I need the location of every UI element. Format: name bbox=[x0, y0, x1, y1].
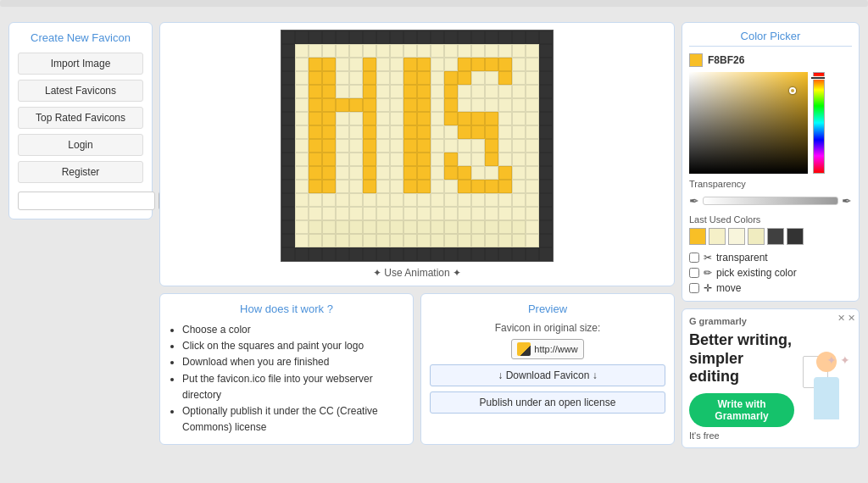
animation-bar[interactable]: ✦ Use Animation ✦ bbox=[373, 267, 461, 279]
pixel-cell[interactable] bbox=[512, 58, 526, 71]
top-rated-favicons-button[interactable]: Top Rated Favicons bbox=[18, 107, 143, 129]
saturation-gradient[interactable] bbox=[689, 72, 808, 174]
pixel-cell[interactable] bbox=[498, 207, 512, 220]
pixel-cell[interactable] bbox=[485, 153, 498, 166]
pixel-cell[interactable] bbox=[403, 234, 417, 247]
pixel-cell[interactable] bbox=[363, 180, 376, 193]
pixel-cell[interactable] bbox=[363, 44, 376, 58]
pixel-cell[interactable] bbox=[498, 31, 512, 44]
pixel-cell[interactable] bbox=[336, 58, 349, 71]
last-used-color-swatch[interactable] bbox=[767, 228, 784, 245]
pixel-cell[interactable] bbox=[431, 166, 444, 180]
pixel-cell[interactable] bbox=[309, 193, 322, 207]
pixel-cell[interactable] bbox=[498, 234, 512, 247]
pixel-cell[interactable] bbox=[281, 207, 295, 220]
pixel-cell[interactable] bbox=[431, 98, 444, 112]
pixel-cell[interactable] bbox=[444, 220, 458, 234]
pixel-cell[interactable] bbox=[512, 44, 526, 58]
pixel-cell[interactable] bbox=[458, 125, 471, 139]
pixel-cell[interactable] bbox=[295, 153, 309, 166]
pixel-cell[interactable] bbox=[539, 85, 553, 98]
pixel-cell[interactable] bbox=[349, 31, 363, 44]
pixel-cell[interactable] bbox=[526, 125, 539, 139]
pixel-cell[interactable] bbox=[431, 153, 444, 166]
pixel-cell[interactable] bbox=[498, 58, 512, 71]
pixel-cell[interactable] bbox=[471, 220, 485, 234]
pixel-cell[interactable] bbox=[295, 125, 309, 139]
pixel-cell[interactable] bbox=[390, 153, 403, 166]
pixel-cell[interactable] bbox=[390, 125, 403, 139]
pixel-cell[interactable] bbox=[309, 71, 322, 85]
pixel-cell[interactable] bbox=[431, 247, 444, 261]
pixel-cell[interactable] bbox=[471, 207, 485, 220]
pixel-cell[interactable] bbox=[417, 193, 431, 207]
pixel-cell[interactable] bbox=[309, 125, 322, 139]
pixel-cell[interactable] bbox=[349, 153, 363, 166]
pixel-cell[interactable] bbox=[458, 71, 471, 85]
pixel-cell[interactable] bbox=[526, 153, 539, 166]
pixel-cell[interactable] bbox=[471, 139, 485, 153]
pixel-cell[interactable] bbox=[336, 31, 349, 44]
pixel-cell[interactable] bbox=[485, 193, 498, 207]
pixel-cell[interactable] bbox=[363, 166, 376, 180]
pixel-cell[interactable] bbox=[526, 234, 539, 247]
pixel-cell[interactable] bbox=[526, 31, 539, 44]
pixel-cell[interactable] bbox=[309, 112, 322, 125]
pixel-cell[interactable] bbox=[498, 166, 512, 180]
pixel-cell[interactable] bbox=[376, 139, 390, 153]
pixel-cell[interactable] bbox=[431, 71, 444, 85]
pixel-cell[interactable] bbox=[471, 112, 485, 125]
pixel-cell[interactable] bbox=[539, 98, 553, 112]
pixel-cell[interactable] bbox=[403, 71, 417, 85]
pixel-cell[interactable] bbox=[403, 220, 417, 234]
pixel-cell[interactable] bbox=[458, 44, 471, 58]
pixel-cell[interactable] bbox=[295, 112, 309, 125]
ad-close-button[interactable]: ✕ ✕ bbox=[837, 313, 855, 324]
pixel-cell[interactable] bbox=[444, 125, 458, 139]
pixel-cell[interactable] bbox=[309, 207, 322, 220]
pixel-cell[interactable] bbox=[498, 247, 512, 261]
transparency-track[interactable] bbox=[703, 197, 838, 205]
pixel-cell[interactable] bbox=[295, 234, 309, 247]
pixel-cell[interactable] bbox=[281, 180, 295, 193]
pixel-cell[interactable] bbox=[417, 112, 431, 125]
pixel-cell[interactable] bbox=[281, 220, 295, 234]
pixel-cell[interactable] bbox=[485, 139, 498, 153]
pixel-cell[interactable] bbox=[295, 180, 309, 193]
pixel-cell[interactable] bbox=[444, 31, 458, 44]
pixel-cell[interactable] bbox=[322, 234, 336, 247]
pixel-cell[interactable] bbox=[471, 31, 485, 44]
pixel-cell[interactable] bbox=[336, 220, 349, 234]
pixel-cell[interactable] bbox=[376, 44, 390, 58]
pixel-cell[interactable] bbox=[295, 44, 309, 58]
pixel-cell[interactable] bbox=[471, 180, 485, 193]
pixel-cell[interactable] bbox=[485, 125, 498, 139]
pixel-cell[interactable] bbox=[281, 98, 295, 112]
pixel-cell[interactable] bbox=[322, 247, 336, 261]
pixel-cell[interactable] bbox=[526, 44, 539, 58]
pixel-cell[interactable] bbox=[281, 247, 295, 261]
pixel-cell[interactable] bbox=[403, 139, 417, 153]
pixel-cell[interactable] bbox=[526, 207, 539, 220]
pixel-cell[interactable] bbox=[349, 207, 363, 220]
pixel-cell[interactable] bbox=[403, 44, 417, 58]
pixel-cell[interactable] bbox=[431, 31, 444, 44]
pixel-cell[interactable] bbox=[403, 85, 417, 98]
pixel-cell[interactable] bbox=[485, 234, 498, 247]
pixel-cell[interactable] bbox=[322, 98, 336, 112]
pixel-cell[interactable] bbox=[512, 98, 526, 112]
pixel-cell[interactable] bbox=[349, 193, 363, 207]
pixel-cell[interactable] bbox=[458, 247, 471, 261]
pixel-cell[interactable] bbox=[281, 193, 295, 207]
pixel-cell[interactable] bbox=[336, 85, 349, 98]
pixel-cell[interactable] bbox=[417, 234, 431, 247]
pixel-cell[interactable] bbox=[417, 58, 431, 71]
pixel-cell[interactable] bbox=[485, 112, 498, 125]
pixel-cell[interactable] bbox=[417, 220, 431, 234]
pixel-cell[interactable] bbox=[458, 58, 471, 71]
pixel-cell[interactable] bbox=[336, 125, 349, 139]
pixel-cell[interactable] bbox=[431, 112, 444, 125]
pixel-cell[interactable] bbox=[390, 193, 403, 207]
pixel-cell[interactable] bbox=[309, 234, 322, 247]
pixel-cell[interactable] bbox=[498, 220, 512, 234]
